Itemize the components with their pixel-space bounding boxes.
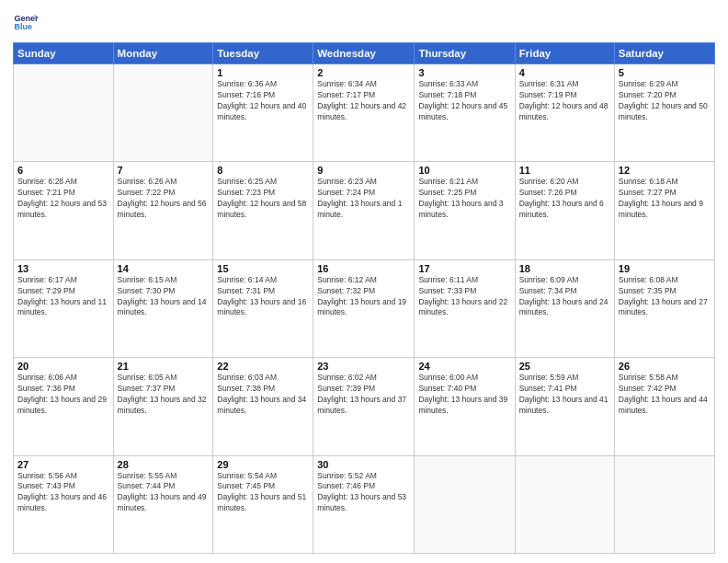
day-info: Sunrise: 5:55 AM Sunset: 7:44 PM Dayligh…	[118, 471, 210, 515]
day-info: Sunrise: 6:36 AM Sunset: 7:16 PM Dayligh…	[217, 79, 309, 123]
calendar-cell: 14Sunrise: 6:15 AM Sunset: 7:30 PM Dayli…	[113, 259, 213, 357]
calendar-header-wednesday: Wednesday	[313, 43, 415, 64]
calendar-cell: 6Sunrise: 6:28 AM Sunset: 7:21 PM Daylig…	[14, 162, 114, 259]
day-number: 9	[317, 165, 410, 176]
day-info: Sunrise: 6:06 AM Sunset: 7:36 PM Dayligh…	[17, 373, 109, 417]
day-number: 6	[17, 165, 109, 176]
calendar-cell: 12Sunrise: 6:18 AM Sunset: 7:27 PM Dayli…	[614, 162, 714, 259]
calendar-cell	[14, 64, 114, 162]
calendar-header-thursday: Thursday	[415, 43, 515, 64]
day-info: Sunrise: 6:17 AM Sunset: 7:29 PM Dayligh…	[17, 275, 109, 319]
day-number: 5	[619, 67, 711, 78]
calendar-cell: 7Sunrise: 6:26 AM Sunset: 7:22 PM Daylig…	[113, 162, 213, 259]
day-number: 16	[317, 263, 410, 274]
logo-icon: General Blue	[13, 9, 39, 35]
calendar-cell	[515, 455, 614, 553]
calendar-cell: 16Sunrise: 6:12 AM Sunset: 7:32 PM Dayli…	[313, 259, 415, 357]
calendar-cell: 23Sunrise: 6:02 AM Sunset: 7:39 PM Dayli…	[313, 358, 415, 455]
calendar-cell: 27Sunrise: 5:56 AM Sunset: 7:43 PM Dayli…	[14, 455, 114, 553]
calendar-cell: 9Sunrise: 6:23 AM Sunset: 7:24 PM Daylig…	[313, 162, 415, 259]
day-number: 8	[217, 165, 309, 176]
calendar: SundayMondayTuesdayWednesdayThursdayFrid…	[13, 42, 715, 554]
calendar-cell: 19Sunrise: 6:08 AM Sunset: 7:35 PM Dayli…	[614, 259, 714, 357]
svg-text:Blue: Blue	[14, 22, 32, 31]
calendar-header-friday: Friday	[515, 43, 614, 64]
day-info: Sunrise: 6:02 AM Sunset: 7:39 PM Dayligh…	[317, 373, 410, 417]
day-info: Sunrise: 6:23 AM Sunset: 7:24 PM Dayligh…	[317, 177, 410, 221]
day-number: 7	[118, 165, 210, 176]
day-number: 15	[217, 263, 309, 274]
day-number: 12	[619, 165, 711, 176]
day-number: 1	[217, 67, 309, 78]
day-number: 4	[519, 67, 610, 78]
calendar-cell: 4Sunrise: 6:31 AM Sunset: 7:19 PM Daylig…	[515, 64, 614, 162]
calendar-cell: 15Sunrise: 6:14 AM Sunset: 7:31 PM Dayli…	[213, 259, 313, 357]
calendar-cell: 18Sunrise: 6:09 AM Sunset: 7:34 PM Dayli…	[515, 259, 614, 357]
calendar-cell: 8Sunrise: 6:25 AM Sunset: 7:23 PM Daylig…	[213, 162, 313, 259]
day-number: 11	[519, 165, 610, 176]
calendar-week-5: 27Sunrise: 5:56 AM Sunset: 7:43 PM Dayli…	[14, 455, 715, 553]
day-info: Sunrise: 6:34 AM Sunset: 7:17 PM Dayligh…	[317, 79, 410, 123]
day-number: 24	[418, 361, 510, 372]
day-info: Sunrise: 6:08 AM Sunset: 7:35 PM Dayligh…	[619, 275, 711, 319]
calendar-cell: 28Sunrise: 5:55 AM Sunset: 7:44 PM Dayli…	[113, 455, 213, 553]
day-info: Sunrise: 6:12 AM Sunset: 7:32 PM Dayligh…	[317, 275, 410, 319]
calendar-cell: 11Sunrise: 6:20 AM Sunset: 7:26 PM Dayli…	[515, 162, 614, 259]
calendar-cell: 17Sunrise: 6:11 AM Sunset: 7:33 PM Dayli…	[415, 259, 515, 357]
calendar-header-tuesday: Tuesday	[213, 43, 313, 64]
calendar-cell	[415, 455, 515, 553]
day-info: Sunrise: 5:58 AM Sunset: 7:42 PM Dayligh…	[619, 373, 711, 417]
calendar-cell: 3Sunrise: 6:33 AM Sunset: 7:18 PM Daylig…	[415, 64, 515, 162]
day-info: Sunrise: 6:11 AM Sunset: 7:33 PM Dayligh…	[418, 275, 510, 319]
day-info: Sunrise: 6:14 AM Sunset: 7:31 PM Dayligh…	[217, 275, 309, 319]
calendar-week-3: 13Sunrise: 6:17 AM Sunset: 7:29 PM Dayli…	[14, 259, 715, 357]
day-info: Sunrise: 5:56 AM Sunset: 7:43 PM Dayligh…	[17, 471, 109, 515]
header: General Blue	[13, 9, 715, 35]
calendar-cell	[614, 455, 714, 553]
day-info: Sunrise: 6:00 AM Sunset: 7:40 PM Dayligh…	[418, 373, 510, 417]
day-info: Sunrise: 6:18 AM Sunset: 7:27 PM Dayligh…	[619, 177, 711, 221]
day-number: 23	[317, 361, 410, 372]
calendar-cell: 20Sunrise: 6:06 AM Sunset: 7:36 PM Dayli…	[14, 358, 114, 455]
calendar-cell: 1Sunrise: 6:36 AM Sunset: 7:16 PM Daylig…	[213, 64, 313, 162]
day-number: 30	[317, 459, 410, 470]
day-info: Sunrise: 6:15 AM Sunset: 7:30 PM Dayligh…	[118, 275, 210, 319]
day-info: Sunrise: 6:33 AM Sunset: 7:18 PM Dayligh…	[418, 79, 510, 123]
day-info: Sunrise: 5:52 AM Sunset: 7:46 PM Dayligh…	[317, 471, 410, 515]
day-number: 27	[17, 459, 109, 470]
calendar-cell: 22Sunrise: 6:03 AM Sunset: 7:38 PM Dayli…	[213, 358, 313, 455]
day-info: Sunrise: 6:25 AM Sunset: 7:23 PM Dayligh…	[217, 177, 309, 221]
day-number: 29	[217, 459, 309, 470]
day-info: Sunrise: 6:21 AM Sunset: 7:25 PM Dayligh…	[418, 177, 510, 221]
calendar-cell: 5Sunrise: 6:29 AM Sunset: 7:20 PM Daylig…	[614, 64, 714, 162]
calendar-header-sunday: Sunday	[14, 43, 114, 64]
calendar-cell: 21Sunrise: 6:05 AM Sunset: 7:37 PM Dayli…	[113, 358, 213, 455]
calendar-cell: 2Sunrise: 6:34 AM Sunset: 7:17 PM Daylig…	[313, 64, 415, 162]
logo: General Blue	[13, 9, 42, 35]
day-number: 10	[418, 165, 510, 176]
calendar-header-monday: Monday	[113, 43, 213, 64]
day-number: 20	[17, 361, 109, 372]
day-number: 26	[619, 361, 711, 372]
calendar-header-saturday: Saturday	[614, 43, 714, 64]
day-info: Sunrise: 6:29 AM Sunset: 7:20 PM Dayligh…	[619, 79, 711, 123]
day-info: Sunrise: 6:31 AM Sunset: 7:19 PM Dayligh…	[519, 79, 610, 123]
svg-text:General: General	[14, 14, 39, 23]
day-number: 3	[418, 67, 510, 78]
day-number: 28	[118, 459, 210, 470]
calendar-cell: 10Sunrise: 6:21 AM Sunset: 7:25 PM Dayli…	[415, 162, 515, 259]
calendar-cell	[113, 64, 213, 162]
calendar-week-4: 20Sunrise: 6:06 AM Sunset: 7:36 PM Dayli…	[14, 358, 715, 455]
day-number: 22	[217, 361, 309, 372]
day-number: 14	[118, 263, 210, 274]
calendar-cell: 25Sunrise: 5:59 AM Sunset: 7:41 PM Dayli…	[515, 358, 614, 455]
day-number: 17	[418, 263, 510, 274]
calendar-cell: 30Sunrise: 5:52 AM Sunset: 7:46 PM Dayli…	[313, 455, 415, 553]
calendar-week-2: 6Sunrise: 6:28 AM Sunset: 7:21 PM Daylig…	[14, 162, 715, 259]
day-info: Sunrise: 5:59 AM Sunset: 7:41 PM Dayligh…	[519, 373, 610, 417]
day-info: Sunrise: 6:28 AM Sunset: 7:21 PM Dayligh…	[17, 177, 109, 221]
day-number: 21	[118, 361, 210, 372]
calendar-cell: 26Sunrise: 5:58 AM Sunset: 7:42 PM Dayli…	[614, 358, 714, 455]
day-info: Sunrise: 5:54 AM Sunset: 7:45 PM Dayligh…	[217, 471, 309, 515]
day-number: 13	[17, 263, 109, 274]
